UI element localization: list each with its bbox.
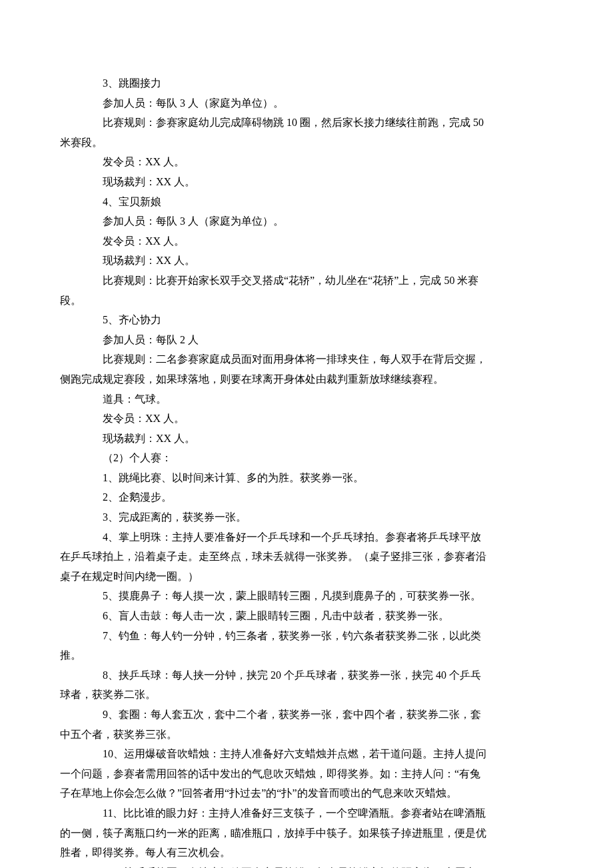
paragraph: 段。 [60,291,553,311]
paragraph: 10、运用爆破音吹蜡烛：主持人准备好六支蜡烛并点燃，若干道问题。主持人提问 [60,744,553,764]
paragraph: 参加人员：每队 3 人（家庭为单位）。 [60,211,553,231]
paragraph: 3、完成距离的，获奖券一张。 [60,507,553,527]
paragraph: 现场裁判：XX 人。 [60,251,553,271]
paragraph: 胜者，即得奖券。每人有三次机会。 [60,843,553,863]
paragraph: 的一侧，筷子离瓶口约一米的距离，瞄准瓶口，放掉手中筷子。如果筷子掉进瓶里，便是优 [60,823,553,843]
paragraph: 比赛规则：比赛开始家长双手交叉搭成“花轿”，幼儿坐在“花轿”上，完成 50 米赛 [60,271,553,291]
paragraph: 5、摸鹿鼻子：每人摸一次，蒙上眼睛转三圈，凡摸到鹿鼻子的，可获奖券一张。 [60,586,553,606]
paragraph: 7、钓鱼：每人钓一分钟，钓三条者，获奖券一张，钓六条者获奖券二张，以此类 [60,626,553,646]
paragraph: 中五个者，获奖券三张。 [60,725,553,745]
paragraph: 12、快乐呼拉圈：在地上摆放五个空易拉罐。每个易拉罐之间的距离为二十厘米。 [60,863,553,868]
paragraph: 8、挟乒乓球：每人挟一分钟，挟完 20 个乒乓球者，获奖券一张，挟完 40 个乒… [60,665,553,685]
paragraph: 发令员：XX 人。 [60,231,553,251]
paragraph: 比赛规则：参赛家庭幼儿完成障碍物跳 10 圈，然后家长接力继续往前跑，完成 50 [60,113,553,133]
paragraph: 3、跳圈接力 [60,73,553,93]
paragraph: 5、齐心协力 [60,310,553,330]
paragraph: 11、比比谁的眼力好：主持人准备好三支筷子，一个空啤酒瓶。参赛者站在啤酒瓶 [60,803,553,823]
paragraph: 子在草地上你会怎么做？”回答者用“扑过去”的“扑”的发音而喷出的气息来吹灭蜡烛。 [60,783,553,803]
document-page: 3、跳圈接力参加人员：每队 3 人（家庭为单位）。比赛规则：参赛家庭幼儿完成障碍… [0,0,613,868]
paragraph: 桌子在规定时间内绕一圈。） [60,567,553,587]
paragraph: 推。 [60,645,553,665]
paragraph: （2）个人赛： [60,448,553,468]
paragraph: 2、企鹅漫步。 [60,487,553,507]
paragraph: 一个问题，参赛者需用回答的话中发出的气息吹灭蜡烛，即得奖券。如：主持人问：“有兔 [60,764,553,784]
paragraph: 参加人员：每队 3 人（家庭为单位）。 [60,93,553,113]
paragraph: 4、掌上明珠：主持人要准备好一个乒乓球和一个乒乓球拍。参赛者将乒乓球平放 [60,527,553,547]
paragraph: 道具：气球。 [60,389,553,409]
paragraph: 参加人员：每队 2 人 [60,330,553,350]
paragraph: 6、盲人击鼓：每人击一次，蒙上眼睛转三圈，凡击中鼓者，获奖券一张。 [60,606,553,626]
paragraph: 在乒乓球拍上，沿着桌子走。走至终点，球未丢就得一张奖券。（桌子竖排三张，参赛者沿 [60,547,553,567]
paragraph: 球者，获奖券二张。 [60,685,553,705]
paragraph: 4、宝贝新娘 [60,192,553,212]
paragraph: 现场裁判：XX 人。 [60,429,553,449]
paragraph: 现场裁判：XX 人。 [60,172,553,192]
paragraph: 米赛段。 [60,133,553,153]
paragraph: 发令员：XX 人。 [60,409,553,429]
paragraph: 比赛规则：二名参赛家庭成员面对面用身体将一排球夹住，每人双手在背后交握， [60,349,553,369]
paragraph: 侧跑完成规定赛段，如果球落地，则要在球离开身体处由裁判重新放球继续赛程。 [60,369,553,389]
paragraph: 发令员：XX 人。 [60,152,553,172]
paragraph: 9、套圈：每人套五次，套中二个者，获奖券一张，套中四个者，获奖券二张，套 [60,705,553,725]
paragraph: 1、跳绳比赛、以时间来计算、多的为胜。获奖券一张。 [60,468,553,488]
